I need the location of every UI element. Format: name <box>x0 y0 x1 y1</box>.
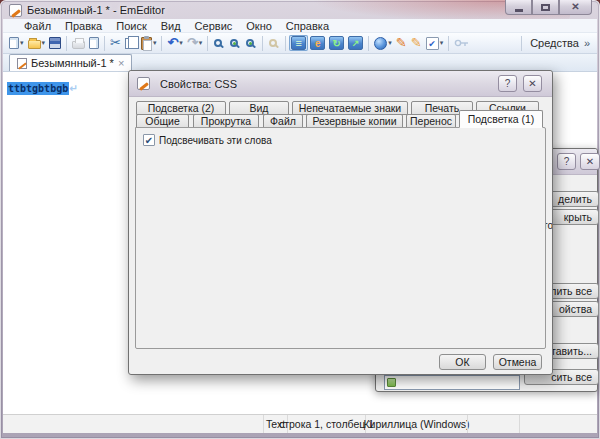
find-in-files-icon <box>269 39 277 47</box>
background-dialog-help-button[interactable]: ? <box>557 153 576 170</box>
ok-button[interactable]: ОК <box>439 354 486 370</box>
tab-highlight-1-active[interactable]: Подсветка (1) <box>459 110 543 128</box>
menu-tools[interactable]: Сервис <box>188 19 240 33</box>
find-next-button[interactable] <box>227 36 243 50</box>
undo-icon: ↶ <box>167 36 178 50</box>
open-file-button[interactable]: ▾ <box>26 36 48 50</box>
undo-button[interactable]: ↶▾ <box>165 35 184 51</box>
list-item-icon <box>387 378 396 387</box>
print-preview-button[interactable] <box>87 36 101 50</box>
close-button[interactable]: ✕ <box>559 0 592 15</box>
toolbar-separator <box>104 36 105 51</box>
tab-view[interactable]: Вид <box>229 101 289 115</box>
tools-toolbar-label[interactable]: Средства <box>530 37 579 49</box>
new-file-button[interactable]: ▾ <box>7 36 26 50</box>
tab-page <box>135 127 546 349</box>
open-external-button[interactable]: ↗ <box>346 35 365 51</box>
open-folder-icon <box>28 40 41 49</box>
highlight-words-checkbox[interactable]: ✔ Подсвечивать эти слова <box>143 134 272 146</box>
macro-run-icon: ✎ <box>411 36 422 50</box>
menu-view[interactable]: Вид <box>154 19 188 33</box>
document-tab-label: Безымянный-1 * <box>31 57 114 69</box>
redo-button[interactable]: ↷▾ <box>185 35 204 51</box>
chevron-down-icon: ▾ <box>388 39 392 47</box>
menu-file[interactable]: Файл <box>17 19 58 33</box>
background-dialog-close-button[interactable]: ✕ <box>580 153 600 170</box>
refresh-icon: ↻ <box>329 36 344 50</box>
dialog-title: Свойства: CSS <box>160 78 237 90</box>
checkbox-checked-icon: ✔ <box>143 134 155 146</box>
toolbar-overflow-chevron-icon[interactable]: » <box>584 37 590 49</box>
tab-scroll[interactable]: Прокрутка <box>193 114 259 128</box>
copy-icon <box>125 38 134 49</box>
refresh-button[interactable]: ↻ <box>327 35 346 51</box>
find-previous-icon <box>246 39 254 47</box>
paste-button[interactable]: ▾ <box>139 36 159 51</box>
cancel-button[interactable]: Отмена <box>493 354 542 370</box>
status-encoding[interactable]: Кириллица (Windows) <box>365 415 467 433</box>
save-button[interactable] <box>47 36 63 50</box>
dialog-help-button[interactable]: ? <box>498 75 517 92</box>
checklist-icon: ✔ <box>426 37 439 50</box>
macro-record-icon: ✎ <box>396 36 407 50</box>
toolbar: ▾ ▾ ✂ ▾ ↶▾ ↷▾ ≡ e ↻ ↗ ▾ ✎ <box>3 33 597 54</box>
maximize-button[interactable] <box>532 0 559 15</box>
browser-preview-button[interactable]: e <box>308 35 327 51</box>
chevron-down-icon: ▾ <box>42 39 46 47</box>
menu-search[interactable]: Поиск <box>109 19 153 33</box>
resize-grip[interactable] <box>589 415 597 433</box>
find-next-icon <box>230 39 238 47</box>
configuration-button[interactable]: ▾ <box>372 36 394 51</box>
tools-toolbar: Средства » <box>518 36 593 51</box>
tab-backup[interactable]: Резервные копии <box>306 114 403 128</box>
macro-list-button[interactable]: ✔▾ <box>424 36 446 51</box>
menu-edit[interactable]: Правка <box>58 19 109 33</box>
find-previous-button[interactable] <box>243 36 259 50</box>
menu-window[interactable]: Окно <box>239 19 279 33</box>
find-in-files-button[interactable] <box>266 36 282 50</box>
dialog-close-button[interactable]: ✕ <box>523 75 542 92</box>
toolbar-separator <box>66 36 67 51</box>
help-icon: ? <box>564 156 570 167</box>
help-icon: ? <box>505 78 511 89</box>
paste-icon <box>141 37 152 50</box>
chevron-down-icon: ▾ <box>153 39 157 47</box>
emeditor-logo-icon <box>9 4 22 17</box>
web-preview-icon: e <box>310 36 325 50</box>
tab-wrap[interactable]: Перенос <box>406 114 456 128</box>
close-icon: ✕ <box>586 156 594 167</box>
maximize-icon <box>541 4 550 11</box>
print-button[interactable] <box>70 36 87 50</box>
tab-file[interactable]: Файл <box>263 114 303 128</box>
properties-css-dialog: Свойства: CSS ? ✕ Подсветка (2) Вид Непе… <box>128 70 553 375</box>
status-bar: Text строка 1, столбец 1 Кириллица (Wind… <box>3 414 597 433</box>
background-dialog-combobox[interactable] <box>384 375 520 390</box>
key-icon <box>454 38 469 48</box>
toolbar-separator <box>368 36 369 51</box>
tab-close-icon[interactable]: × <box>118 58 124 69</box>
window-title: Безымянный-1 * - EmEditor <box>27 4 165 16</box>
macro-run-button[interactable]: ✎ <box>409 35 424 51</box>
save-icon <box>49 37 61 49</box>
cut-button[interactable]: ✂ <box>108 35 123 51</box>
status-empty-cell <box>519 415 589 433</box>
privacy-button[interactable] <box>452 37 471 49</box>
emeditor-logo-icon <box>137 77 150 90</box>
eol-marker-icon: ↵ <box>69 83 77 94</box>
tab-highlight-2[interactable]: Подсветка (2) <box>136 101 226 115</box>
toolbar-separator <box>161 36 162 51</box>
macro-record-button[interactable]: ✎ <box>394 35 409 51</box>
document-tab-active[interactable]: Безымянный-1 * × <box>9 54 132 71</box>
toolbar-separator <box>262 36 263 51</box>
tab-general[interactable]: Общие <box>136 114 189 128</box>
print-icon <box>72 41 85 49</box>
wrap-view-button[interactable]: ≡ <box>289 35 308 51</box>
copy-button[interactable] <box>123 37 139 50</box>
minimize-button[interactable] <box>505 0 532 15</box>
window-controls: ✕ <box>505 0 592 15</box>
dialog-title-bar[interactable]: Свойства: CSS <box>129 71 552 97</box>
menu-help[interactable]: Справка <box>279 19 336 33</box>
status-caret-position[interactable]: строка 1, столбец 1 <box>287 415 365 433</box>
find-button[interactable] <box>211 36 227 50</box>
tab-invisible-marks[interactable]: Непечатаемые знаки <box>292 101 408 115</box>
